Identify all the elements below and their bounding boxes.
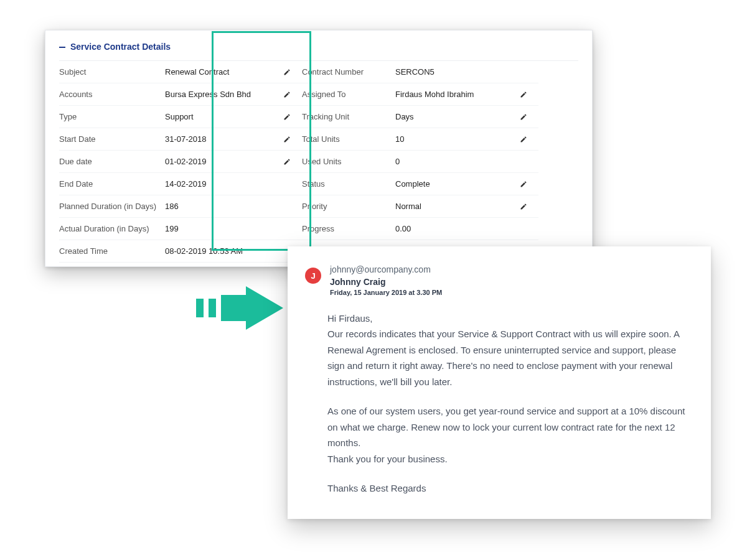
field-value: 199 xyxy=(165,218,283,240)
field-value: 10 xyxy=(395,128,520,151)
field-label: Planned Duration (in Days) xyxy=(59,195,165,218)
contract-panel: Service Contract Details SubjectRenewal … xyxy=(45,30,593,267)
field-label: Progress xyxy=(302,218,395,240)
field-label: Accounts xyxy=(59,83,165,106)
field-value: Complete xyxy=(395,173,520,195)
from-name: Johnny Craig xyxy=(330,276,442,289)
field-value: Renewal Contract xyxy=(165,61,283,83)
edit-icon[interactable] xyxy=(520,195,538,218)
field-value: 0 xyxy=(395,151,520,173)
field-label: Assigned To xyxy=(302,83,395,106)
field-value: Support xyxy=(165,106,283,128)
email-signoff: Thanks & Best Regards xyxy=(327,480,693,497)
field-label: Priority xyxy=(302,195,395,218)
email-p3: Thank you for your business. xyxy=(327,454,448,464)
collapse-icon[interactable] xyxy=(59,47,65,48)
edit-icon[interactable] xyxy=(520,83,538,106)
avatar: J xyxy=(305,268,321,284)
edit-icon[interactable] xyxy=(283,106,302,128)
field-value: 08-02-2019 10:53 AM xyxy=(165,240,283,263)
field-value: SERCON5 xyxy=(395,61,520,83)
field-label: Type xyxy=(59,106,165,128)
email-p1: Our records indicates that your Service … xyxy=(327,329,679,387)
edit-icon xyxy=(520,61,538,83)
edit-icon[interactable] xyxy=(520,128,538,151)
field-value: 31-07-2018 xyxy=(165,128,283,151)
field-value: 01-02-2019 xyxy=(165,151,283,173)
edit-icon xyxy=(520,218,538,240)
field-value: Bursa Express Sdn Bhd xyxy=(165,83,283,106)
edit-icon[interactable] xyxy=(283,151,302,173)
from-date: Friday, 15 January 2019 at 3.30 PM xyxy=(330,288,442,297)
field-label: Used Units xyxy=(302,151,395,173)
svg-rect-1 xyxy=(209,299,216,317)
email-p2: As one of our system users, you get year… xyxy=(327,406,685,448)
detail-grid: SubjectRenewal ContractContract NumberSE… xyxy=(59,61,578,263)
email-greeting: Hi Firdaus, xyxy=(327,313,373,324)
edit-icon xyxy=(283,218,302,240)
field-label: Total Units xyxy=(302,128,395,151)
field-value: 0.00 xyxy=(395,218,520,240)
svg-marker-2 xyxy=(221,286,283,330)
field-label: Contract Number xyxy=(302,61,395,83)
arrow-icon xyxy=(196,286,283,330)
email-card: J johnny@ourcompany.com Johnny Craig Fri… xyxy=(288,246,711,519)
field-value: Firdaus Mohd Ibrahim xyxy=(395,83,520,106)
field-label: Status xyxy=(302,173,395,195)
field-value: Days xyxy=(395,106,520,128)
email-header: J johnny@ourcompany.com Johnny Craig Fri… xyxy=(305,264,693,298)
field-label: Start Date xyxy=(59,128,165,151)
edit-icon[interactable] xyxy=(283,83,302,106)
from-address: johnny@ourcompany.com xyxy=(330,264,442,276)
edit-icon[interactable] xyxy=(520,106,538,128)
edit-icon xyxy=(283,173,302,195)
email-body: Hi Firdaus, Our records indicates that y… xyxy=(305,310,693,497)
field-label: Tracking Unit xyxy=(302,106,395,128)
edit-icon[interactable] xyxy=(520,173,538,195)
edit-icon[interactable] xyxy=(283,128,302,151)
field-label: Subject xyxy=(59,61,165,83)
edit-icon[interactable] xyxy=(283,61,302,83)
field-value: 186 xyxy=(165,195,283,218)
field-value: 14-02-2019 xyxy=(165,173,283,195)
field-label: Created Time xyxy=(59,240,165,263)
svg-rect-0 xyxy=(196,299,204,317)
edit-icon xyxy=(520,151,538,173)
field-value: Normal xyxy=(395,195,520,218)
edit-icon xyxy=(283,195,302,218)
field-label: Actual Duration (in Days) xyxy=(59,218,165,240)
from-block: johnny@ourcompany.com Johnny Craig Frida… xyxy=(330,264,442,298)
field-label: End Date xyxy=(59,173,165,195)
section-title: Service Contract Details xyxy=(70,42,171,52)
section-header[interactable]: Service Contract Details xyxy=(59,42,578,61)
field-label: Due date xyxy=(59,151,165,173)
